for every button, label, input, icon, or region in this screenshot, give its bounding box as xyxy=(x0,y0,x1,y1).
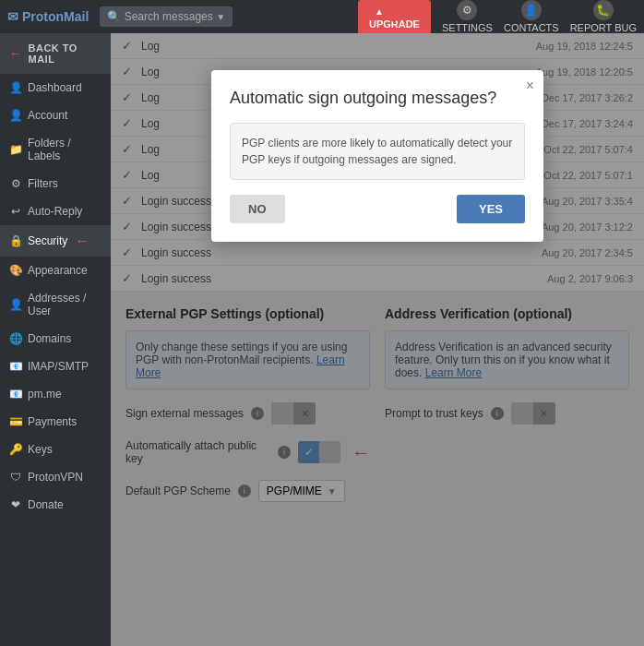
settings-button[interactable]: ⚙ SETTINGS xyxy=(442,0,493,33)
modal-no-button[interactable]: NO xyxy=(230,195,285,223)
modal-body: PGP clients are more likely to automatic… xyxy=(230,123,525,180)
domains-icon: 🌐 xyxy=(9,332,22,345)
contacts-button[interactable]: 👤 CONTACTS xyxy=(504,0,559,33)
imap-icon: 📧 xyxy=(9,360,22,373)
sidebar-item-protonvpn[interactable]: 🛡 ProtonVPN xyxy=(0,463,111,491)
protonvpn-icon: 🛡 xyxy=(9,471,22,484)
keys-icon: 🔑 xyxy=(9,443,22,456)
logo: ✉ ProtonMail xyxy=(7,9,89,24)
topbar-actions: ▲ UPGRADE ⚙ SETTINGS 👤 CONTACTS 🐛 REPORT… xyxy=(358,0,637,34)
contacts-icon: 👤 xyxy=(521,0,542,20)
search-box[interactable]: 🔍 Search messages ▼ xyxy=(100,6,233,27)
sidebar-active-arrow: ← xyxy=(75,233,89,249)
appearance-icon: 🎨 xyxy=(9,264,22,277)
modal-close-button[interactable]: × xyxy=(526,78,534,94)
donate-icon: ❤ xyxy=(9,498,22,511)
filters-icon: ⚙ xyxy=(9,177,22,190)
modal-actions: NO YES xyxy=(230,195,525,223)
sidebar-item-donate[interactable]: ❤ Donate xyxy=(0,491,111,519)
modal-overlay: × Automatic sign outgoing messages? PGP … xyxy=(111,33,644,646)
sidebar-item-security[interactable]: 🔒 Security ← xyxy=(0,225,111,257)
arrow-left-icon: ← xyxy=(9,46,23,61)
sidebar-item-account[interactable]: 👤 Account xyxy=(0,102,111,129)
content-area: ✓ Log Aug 19, 2018 12:24:5 ✓ Log Aug 19,… xyxy=(111,33,644,646)
sidebar-item-auto-reply[interactable]: ↩ Auto-Reply xyxy=(0,197,111,225)
sidebar-item-payments[interactable]: 💳 Payments xyxy=(0,408,111,436)
payments-icon: 💳 xyxy=(9,415,22,428)
main-layout: ← BACK TO MAIL 👤 Dashboard 👤 Account 📁 F… xyxy=(0,33,644,646)
search-icon: 🔍 xyxy=(107,10,121,23)
report-bug-button[interactable]: 🐛 REPORT BUG xyxy=(570,0,637,33)
sidebar-item-dashboard[interactable]: 👤 Dashboard xyxy=(0,74,111,102)
addresses-icon: 👤 xyxy=(9,298,22,311)
sidebar-item-keys[interactable]: 🔑 Keys xyxy=(0,436,111,463)
dashboard-icon: 👤 xyxy=(9,81,22,94)
account-icon: 👤 xyxy=(9,109,22,122)
sidebar-item-appearance[interactable]: 🎨 Appearance xyxy=(0,257,111,284)
sidebar-item-domains[interactable]: 🌐 Domains xyxy=(0,325,111,353)
bug-icon: 🐛 xyxy=(593,0,614,20)
logo-icon: ✉ xyxy=(7,9,18,24)
modal-yes-button[interactable]: YES xyxy=(457,195,525,223)
sidebar-item-addresses[interactable]: 👤 Addresses / User xyxy=(0,284,111,325)
back-to-mail-button[interactable]: ← BACK TO MAIL xyxy=(0,33,111,74)
sidebar-item-folders[interactable]: 📁 Folders / Labels xyxy=(0,129,111,170)
upgrade-button[interactable]: ▲ UPGRADE xyxy=(358,0,431,34)
modal-title: Automatic sign outgoing messages? xyxy=(230,89,525,108)
settings-icon: ⚙ xyxy=(457,0,477,20)
sidebar-item-filters[interactable]: ⚙ Filters xyxy=(0,170,111,197)
auto-reply-icon: ↩ xyxy=(9,205,22,218)
sidebar: ← BACK TO MAIL 👤 Dashboard 👤 Account 📁 F… xyxy=(0,33,111,646)
pm-me-icon: 📧 xyxy=(9,388,22,401)
security-icon: 🔒 xyxy=(9,234,22,247)
sidebar-item-imap[interactable]: 📧 IMAP/SMTP xyxy=(0,353,111,380)
modal-dialog: × Automatic sign outgoing messages? PGP … xyxy=(211,70,543,242)
topbar: ✉ ProtonMail 🔍 Search messages ▼ ▲ UPGRA… xyxy=(0,0,644,33)
folders-icon: 📁 xyxy=(9,143,22,156)
search-placeholder: Search messages xyxy=(125,10,213,23)
sidebar-item-pm-me[interactable]: 📧 pm.me xyxy=(0,380,111,408)
